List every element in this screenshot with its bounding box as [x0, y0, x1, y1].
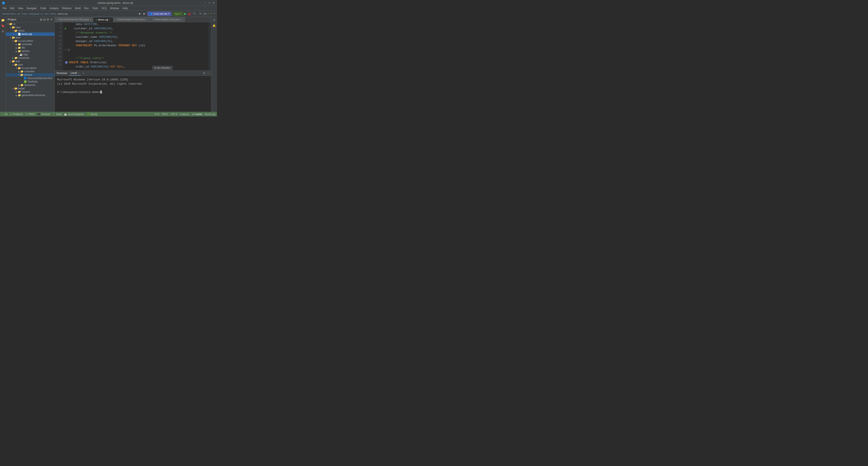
menu-refactor[interactable]: Refactor — [60, 6, 73, 10]
terminal-tab-local[interactable]: Local ✕ — [69, 70, 81, 76]
project-view-icon[interactable]: 📁 — [1, 18, 5, 23]
menu-tools[interactable]: Tools — [91, 6, 100, 10]
menu-navigate[interactable]: Navigate — [25, 6, 38, 10]
statusbar: ✓ Git ⚠ Problems ✔ TODO ⬛ Terminal 🔨 Bui… — [0, 112, 217, 116]
tree-node-test-controller[interactable]: ▶ 📁 controller — [6, 70, 55, 73]
build-button[interactable]: 🔨 — [192, 11, 197, 16]
menu-code[interactable]: Code — [38, 6, 48, 10]
menu-run[interactable]: Run — [83, 6, 91, 10]
maven-icon[interactable]: M — [212, 18, 217, 23]
tree-node-controller[interactable]: ▶ 📁 controller — [6, 42, 55, 46]
tree-node-classes[interactable]: ▶ 📁 classes — [6, 90, 55, 93]
breadcrumb-ru[interactable]: ru — [41, 12, 43, 15]
status-indent[interactable]: 4 spaces — [180, 113, 189, 115]
tab-close-ordered-qty[interactable]: ✕ — [181, 19, 183, 21]
tree-node-generated-resources[interactable]: ▶ 📁 generated-resources — [6, 93, 55, 97]
maximize-button[interactable]: □ — [208, 1, 211, 5]
sidebar-collapse-icon[interactable]: ⊟ — [43, 18, 46, 21]
tree-node-test[interactable]: ▼ 📂 test — [6, 60, 55, 63]
structure-icon[interactable]: ⊞ — [1, 29, 5, 33]
menu-edit[interactable]: Edit — [8, 6, 16, 10]
tree-node-ru-curs-demo[interactable]: ▼ 📂 ru.curs.demo — [6, 39, 55, 42]
nav-back-button[interactable]: ◀ — [137, 11, 141, 16]
menu-window[interactable]: Window — [108, 6, 121, 10]
breadcrumb-demo[interactable]: demo — [51, 12, 56, 15]
run-button[interactable]: ▶ — [184, 12, 186, 16]
tree-node-test-java[interactable]: ▼ 📂 java — [6, 63, 55, 66]
status-branch[interactable]: ⎇ master — [192, 113, 203, 116]
status-todo[interactable]: ✔ TODO — [25, 113, 35, 116]
status-build[interactable]: 🔨 Build — [53, 113, 61, 116]
tree-node-doc-service-test[interactable]: 🔵 DocumentServiceTest — [6, 77, 55, 80]
code-with-me-button[interactable]: 👥 Code with Me ▾ — [147, 11, 172, 16]
notifications-icon[interactable]: 🔔 — [212, 23, 217, 28]
editor-content[interactable]: 7 8 9 10 11 12 13 14 15 16 17 — [55, 22, 209, 70]
tab-order-header-cursor[interactable]: J OrderHeaderCursor.java ✕ — [113, 17, 150, 22]
tree-node-dto[interactable]: ▶ 📁 dto — [6, 46, 55, 50]
bookmark-icon[interactable]: 🔖 — [1, 23, 5, 28]
minimize-button[interactable]: ─ — [204, 1, 207, 5]
terminal-label: Terminal: — [56, 72, 68, 75]
tree-node-app[interactable]: ☕ App — [6, 53, 55, 56]
terminal-tab-local-close[interactable]: ✕ — [78, 72, 79, 74]
menu-file[interactable]: File — [1, 6, 8, 10]
scroll-gutter[interactable] — [209, 22, 211, 70]
tab-close-demo-sql[interactable]: ✕ — [109, 19, 111, 21]
close-button[interactable]: ✕ — [212, 1, 215, 5]
status-problems[interactable]: ⚠ Problems — [10, 113, 23, 116]
status-spring[interactable]: 🌿 Spring — [87, 113, 97, 116]
terminal-settings-icon[interactable]: ⚙ — [203, 71, 206, 75]
status-encoding[interactable]: UTF-8 — [170, 113, 177, 115]
tree-node-curs[interactable]: ▼ 📂 curs — [6, 26, 55, 29]
tree-node-test-ru-curs-demo[interactable]: ▼ 📂 ru.curs.demo — [6, 66, 55, 70]
status-event-log[interactable]: Event Log — [205, 113, 215, 115]
breadcrumb-curs[interactable]: curs — [44, 12, 49, 15]
tab-ordered-qty-cursor[interactable]: J OrderedQtyCursor.java ✕ — [150, 17, 185, 22]
tree-node-java[interactable]: ▼ 📂 java — [6, 36, 55, 39]
sync-button[interactable]: ↻ — [198, 11, 203, 16]
status-todo-label: TODO — [28, 113, 35, 115]
breadcrumb-main[interactable]: main — [22, 12, 27, 15]
sidebar-expand-icon[interactable]: ⊞ — [40, 18, 42, 21]
code-editor[interactable]: date DATETIME, ▶ customer_id VARCHAR(30)… — [63, 22, 209, 70]
tab-document-service-test[interactable]: J DocumentServiceTest.java ● — [55, 17, 93, 22]
status-build-label: Build — [56, 113, 61, 115]
app-run-button[interactable]: App ▾ — [173, 11, 183, 16]
tree-node-test-resources[interactable]: ▶ 📁 resources — [6, 83, 55, 87]
sidebar-settings-icon[interactable]: ⚙ — [46, 18, 50, 21]
status-git[interactable]: ✓ Git — [2, 113, 7, 116]
status-indent-label: 4 spaces — [180, 113, 189, 115]
tree-node-demo-sql[interactable]: 📄 demo.sql — [6, 32, 55, 36]
breadcrumb-celesta-demo[interactable]: celesta-demo — [2, 12, 16, 15]
status-position[interactable]: 5:14 — [155, 113, 159, 115]
status-spring-label: Spring — [91, 113, 97, 115]
tab-close-doc-service[interactable]: ● — [90, 19, 91, 21]
debug-button[interactable]: 🐞 — [187, 12, 191, 16]
terminal-content[interactable]: Microsoft Windows [Version 10.0.18362.11… — [55, 76, 211, 112]
tree-node-demo[interactable]: ▼ 📂 demo — [6, 29, 55, 32]
menu-vcs[interactable]: VCS — [100, 6, 108, 10]
terminal-minimize-icon[interactable]: ─ — [207, 71, 209, 75]
menu-analyze[interactable]: Analyze — [48, 6, 60, 10]
status-terminal[interactable]: ⬛ Terminal — [37, 113, 50, 116]
terminal-add-tab-button[interactable]: + — [82, 71, 84, 75]
breadcrumb-celestasql[interactable]: celestasql — [29, 12, 39, 15]
tree-node-service[interactable]: ▶ 📁 service — [6, 50, 55, 53]
tab-close-order-header[interactable]: ✕ — [146, 19, 148, 21]
tab-label-doc-service: DocumentServiceTest.java — [59, 18, 89, 21]
tree-node-test-service[interactable]: ▼ 📂 service — [6, 73, 55, 77]
sidebar-close-icon[interactable]: ✕ — [50, 18, 53, 21]
status-line-sep[interactable]: CRLF — [162, 113, 168, 115]
tab-demo-sql[interactable]: S demo.sql ✕ — [93, 17, 113, 22]
tree-node-target[interactable]: ▼ 📂 target — [6, 87, 55, 90]
nav-forward-button[interactable]: ▶ — [142, 11, 147, 16]
tree-node-resources[interactable]: ▶ 📁 resources — [6, 56, 55, 60]
breadcrumb-src[interactable]: src — [18, 12, 21, 15]
tree-node-test-data[interactable]: 🟢 TestData — [6, 80, 55, 83]
menu-build[interactable]: Build — [73, 6, 83, 10]
menu-view[interactable]: View — [16, 6, 25, 10]
window-controls: ─ □ ✕ — [204, 1, 215, 5]
menu-help[interactable]: Help — [121, 6, 129, 10]
tree-node-ru[interactable]: ▼ 📂 ru — [6, 22, 55, 26]
status-java-enterprise[interactable]: ☕ Java Enterprise — [64, 113, 84, 116]
